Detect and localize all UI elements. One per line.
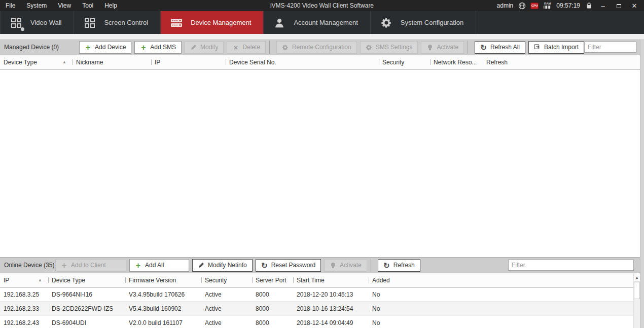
tab-video-wall[interactable]: Video Wall [0,11,74,34]
toolbar-separator [269,41,270,54]
pencil-icon [198,262,204,268]
system-configuration-gear-icon [380,16,393,29]
activate-online-button[interactable]: Activate [324,259,367,272]
plus-icon: + [140,44,147,51]
restore-button[interactable] [613,2,624,10]
online-device-toolbar: Online Device (35) + Add to Client + Add… [0,258,644,273]
online-table-header: IP ▲ Device Type Firmware Version Securi… [0,273,644,287]
menu-view[interactable]: View [52,2,77,9]
column-header-start-time[interactable]: Start Time [293,273,369,287]
menu-file[interactable]: File [0,2,21,9]
refresh-icon: ↻ [480,44,487,51]
ram-status-icon[interactable]: RAM [543,2,552,9]
plus-icon: + [61,262,67,269]
column-header-added[interactable]: Added [369,273,634,287]
tab-account-management[interactable]: Account Management [264,11,370,34]
column-header-device-type[interactable]: Device Type ▲ [0,55,73,69]
column-header-server-port[interactable]: Server Port [252,273,293,287]
remote-configuration-button[interactable]: Remote Configuration [276,41,357,54]
pencil-icon [190,44,197,50]
title-bar: File System View Tool Help iVMS-4200 Vid… [0,0,644,11]
add-sms-button[interactable]: + Add SMS [134,41,182,54]
screen-control-icon [83,16,96,29]
network-globe-icon[interactable] [518,2,526,9]
column-header-ip[interactable]: IP ▲ [0,273,48,287]
plus-icon: + [135,262,141,269]
add-to-client-button[interactable]: + Add to Client [55,259,126,272]
online-device-section: Online Device (35) + Add to Client + Add… [0,257,644,328]
column-header-security[interactable]: Security [201,273,252,287]
managed-device-table-body[interactable] [0,69,644,257]
refresh-all-button[interactable]: ↻ Refresh All [475,41,525,54]
main-tab-bar: Video Wall Screen Control Device Managem… [0,11,644,34]
managed-device-toolbar: Managed Device (0) + Add Device + Add SM… [0,40,644,55]
toolbar-separator [371,259,371,272]
ivms-window: File System View Tool Help iVMS-4200 Vid… [0,0,644,328]
column-header-device-type[interactable]: Device Type [48,273,125,287]
tab-screen-control[interactable]: Screen Control [74,11,161,34]
menu-system[interactable]: System [21,2,52,9]
column-header-network-resource[interactable]: Network Reso... [430,55,483,69]
managed-table-header: Device Type ▲ Nickname IP Device Serial … [0,55,644,69]
reset-password-button[interactable]: ↻ Reset Password [256,259,321,272]
online-device-table-body: 192.168.3.25 DS-9664NI-I16 V3.4.95build … [0,287,644,328]
add-all-button[interactable]: + Add All [129,259,189,272]
online-table-scrollbar[interactable]: ▲ [633,273,640,328]
x-delete-icon: × [232,44,239,51]
activate-button[interactable]: Activate [421,41,464,54]
plus-icon: + [85,44,91,51]
managed-device-section: Managed Device (0) + Add Device + Add SM… [0,40,644,257]
modify-button[interactable]: Modify [185,41,224,54]
sort-ascending-icon: ▲ [38,278,42,282]
managed-device-count-label: Managed Device (0) [4,44,76,51]
sms-settings-button[interactable]: SMS Settings [360,41,418,54]
table-row[interactable]: 192.168.3.25 DS-9664NI-I16 V3.4.95build … [0,287,644,302]
window-scrollbar-track[interactable] [640,40,644,328]
clock-time: 09:57:19 [556,2,580,9]
gear-icon [366,44,372,51]
batch-import-icon [534,44,541,50]
column-header-nickname[interactable]: Nickname [73,55,151,69]
scrollbar-thumb[interactable] [634,282,640,299]
bulb-icon [331,263,335,268]
close-button[interactable]: ✕ [629,2,640,10]
sort-ascending-icon: ▲ [62,60,66,64]
lock-icon[interactable] [585,2,593,9]
batch-import-button[interactable]: Batch Import [528,41,584,54]
bulb-icon [428,45,432,50]
managed-filter-input[interactable] [584,42,636,53]
add-device-button[interactable]: + Add Device [79,41,131,54]
restore-icon [617,4,621,8]
gear-icon [282,44,289,51]
table-row[interactable]: 192.168.2.43 DS-6904UDI V2.0.0 build 161… [0,316,644,328]
menu-help[interactable]: Help [99,2,123,9]
column-header-ip[interactable]: IP [151,55,226,69]
account-person-icon [273,16,286,29]
tab-system-configuration[interactable]: System Configuration [371,11,476,34]
tab-device-management[interactable]: Device Management [161,11,264,34]
cpu-status-icon[interactable]: CPU [530,3,539,9]
minimize-button[interactable]: – [597,2,609,10]
toolbar-separator [468,41,468,54]
menu-tool[interactable]: Tool [77,2,99,9]
scrollbar-up-arrow[interactable]: ▲ [634,273,640,282]
logged-in-user: admin [497,2,514,9]
device-management-icon [170,16,183,29]
refresh-icon: ↻ [383,262,390,269]
column-header-device-serial-no[interactable]: Device Serial No. [226,55,379,69]
modify-netinfo-button[interactable]: Modify Netinfo [192,259,253,272]
refresh-button[interactable]: ↻ Refresh [378,259,420,272]
delete-button[interactable]: × Delete [227,41,266,54]
column-header-refresh[interactable]: Refresh [483,55,634,69]
column-header-firmware-version[interactable]: Firmware Version [125,273,201,287]
video-wall-icon [10,16,23,29]
online-filter-input[interactable] [508,260,634,271]
online-device-count-label: Online Device (35) [4,262,52,269]
refresh-icon: ↻ [261,262,268,269]
table-row[interactable]: 192.168.2.33 DS-2CD2622FWD-IZS V5.4.3bui… [0,302,644,316]
tab-content-gap [0,34,644,40]
column-header-security[interactable]: Security [379,55,430,69]
